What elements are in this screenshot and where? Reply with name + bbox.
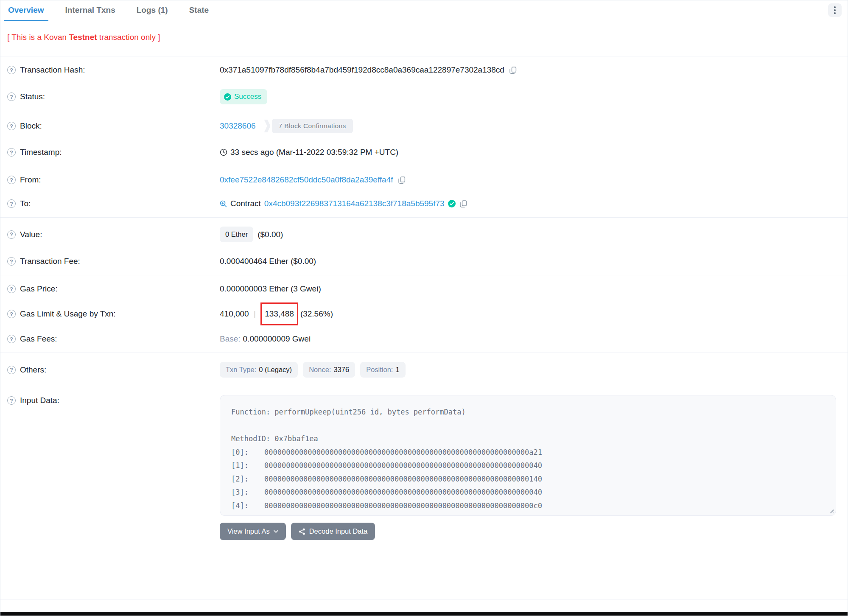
input-data-word: [4]: 00000000000000000000000000000000000… xyxy=(231,499,831,513)
input-data-word-value: 0000000000000000000000000000000000000000… xyxy=(264,446,542,459)
input-data-function-line: Function: performUpkeep(uint256 id, byte… xyxy=(231,406,831,419)
block-number-link[interactable]: 30328606 xyxy=(220,121,256,131)
to-contract-word: Contract xyxy=(230,199,261,208)
input-data-word: [0]: 00000000000000000000000000000000000… xyxy=(231,446,831,459)
from-label: From: xyxy=(20,175,41,185)
help-icon[interactable]: ? xyxy=(7,148,16,157)
gas-used-value: 133,488 xyxy=(265,309,294,318)
input-data-word-value: 0000000000000000000000000000000000000000… xyxy=(264,473,542,486)
tab-state[interactable]: State xyxy=(188,0,210,21)
input-data-word-value: 0000000000000000000000000000000000000000… xyxy=(264,499,542,513)
kebab-icon xyxy=(834,6,836,14)
input-data-textarea[interactable]: Function: performUpkeep(uint256 id, byte… xyxy=(220,395,836,516)
nonce-chip-value: 3376 xyxy=(333,366,349,374)
row-value: ? Value: 0 Ether ($0.00) xyxy=(0,219,848,249)
to-label: To: xyxy=(20,199,31,208)
input-data-blank-line xyxy=(231,419,831,433)
input-data-word-index: [1]: xyxy=(231,459,264,473)
gas-fees-base-label: Base: xyxy=(220,334,241,344)
row-from: ? From: 0xfee7522e8482682cf50ddc50a0f8da… xyxy=(0,168,848,192)
from-address-link[interactable]: 0xfee7522e8482682cf50ddc50a0f8da2a39effa… xyxy=(220,175,393,185)
input-data-word-value: 0000000000000000000000000000000000000000… xyxy=(264,459,542,473)
divider xyxy=(0,275,848,275)
divider xyxy=(0,56,848,56)
copy-icon xyxy=(398,176,406,184)
row-gas-price: ? Gas Price: 0.000000003 Ether (3 Gwei) xyxy=(0,277,848,301)
tab-bar: Overview Internal Txns Logs (1) State xyxy=(0,0,848,21)
status-label: Status: xyxy=(20,92,45,101)
to-address-link[interactable]: 0x4cb093f226983713164a62138c3f718a5b595f… xyxy=(264,199,445,208)
input-data-word: [2]: 00000000000000000000000000000000000… xyxy=(231,473,831,486)
notice-suffix: transaction only ] xyxy=(97,33,160,42)
input-data-words: [0]: 00000000000000000000000000000000000… xyxy=(231,446,831,516)
help-icon[interactable]: ? xyxy=(7,257,16,266)
nonce-chip: Nonce: 3376 xyxy=(303,362,355,378)
input-data-actions: View Input As Decode Input Data xyxy=(220,523,836,540)
zoom-in-icon[interactable] xyxy=(220,200,227,207)
gas-used-annotation-box: 133,488 xyxy=(260,302,298,325)
clock-icon xyxy=(220,148,227,156)
input-data-label: Input Data: xyxy=(20,396,59,405)
input-data-word-index: [0]: xyxy=(231,446,264,459)
input-data-word: [3]: 00000000000000000000000000000000000… xyxy=(231,486,831,499)
divider xyxy=(0,217,848,218)
txn-type-chip-value: 0 (Legacy) xyxy=(259,366,292,374)
notice-bold: Testnet xyxy=(69,33,97,42)
row-timestamp: ? Timestamp: 33 secs ago (Mar-11-2022 03… xyxy=(0,140,848,164)
timestamp-label: Timestamp: xyxy=(20,148,62,157)
footer xyxy=(0,599,848,616)
tab-internal-txns[interactable]: Internal Txns xyxy=(64,0,117,21)
copy-icon xyxy=(509,67,517,74)
block-label: Block: xyxy=(20,121,42,131)
help-icon[interactable]: ? xyxy=(7,396,16,405)
timestamp-value: 33 secs ago (Mar-11-2022 03:59:32 PM +UT… xyxy=(230,148,398,157)
tab-overview[interactable]: Overview xyxy=(6,0,46,21)
help-icon[interactable]: ? xyxy=(7,176,16,184)
tab-logs[interactable]: Logs (1) xyxy=(135,0,170,21)
chevron-down-icon xyxy=(274,530,278,533)
help-icon[interactable]: ? xyxy=(7,92,16,101)
help-icon[interactable]: ? xyxy=(7,310,16,318)
help-icon[interactable]: ? xyxy=(7,230,16,239)
check-circle-icon xyxy=(224,93,231,101)
help-icon[interactable]: ? xyxy=(7,122,16,130)
help-icon[interactable]: ? xyxy=(7,66,16,74)
input-data-word: [5]: 00000000000000000000000000000000000… xyxy=(231,512,831,516)
help-icon[interactable]: ? xyxy=(7,199,16,208)
view-input-as-button[interactable]: View Input As xyxy=(220,523,286,540)
input-data-word-index: [3]: xyxy=(231,486,264,499)
footer-dark-bar xyxy=(0,612,848,616)
decode-icon xyxy=(299,528,305,535)
copy-from-address-button[interactable] xyxy=(397,176,406,185)
value-usd: ($0.00) xyxy=(257,230,283,239)
gas-used-percent: (32.56%) xyxy=(300,309,333,319)
more-options-button[interactable] xyxy=(828,3,842,17)
gas-price-label: Gas Price: xyxy=(20,284,58,294)
input-data-word-index: [5]: xyxy=(231,512,264,516)
others-label: Others: xyxy=(20,365,46,375)
gas-limit-usage-label: Gas Limit & Usage by Txn: xyxy=(20,309,116,319)
gas-limit-value: 410,000 xyxy=(220,309,249,319)
copy-to-address-button[interactable] xyxy=(459,199,468,208)
row-transaction-hash: ? Transaction Hash: 0x371a51097fb78df856… xyxy=(0,58,848,82)
transaction-hash-value: 0x371a51097fb78df856f8b4a7bd459f192d8cc8… xyxy=(220,65,504,75)
position-chip-value: 1 xyxy=(395,366,399,374)
help-icon[interactable]: ? xyxy=(7,285,16,293)
help-icon[interactable]: ? xyxy=(7,366,16,374)
gas-fees-label: Gas Fees: xyxy=(20,334,57,344)
input-data-method-line: MethodID: 0x7bbaf1ea xyxy=(231,432,831,446)
copy-hash-button[interactable] xyxy=(509,66,518,75)
transaction-fee-label: Transaction Fee: xyxy=(20,257,80,266)
decode-input-data-label: Decode Input Data xyxy=(309,527,368,535)
decode-input-data-button[interactable]: Decode Input Data xyxy=(291,523,375,540)
block-confirmations-label: 7 Block Confirmations xyxy=(272,119,353,133)
help-icon[interactable]: ? xyxy=(7,335,16,343)
gas-price-value: 0.000000003 Ether (3 Gwei) xyxy=(220,284,321,294)
row-to: ? To: Contract 0x4cb093f226983713164a621… xyxy=(0,192,848,216)
position-chip: Position: 1 xyxy=(360,362,405,378)
nonce-chip-label: Nonce: xyxy=(309,366,331,374)
value-badge: 0 Ether xyxy=(220,227,253,242)
input-data-word-index: [4]: xyxy=(231,499,264,513)
notice-prefix: [ This is a Kovan xyxy=(7,33,69,42)
value-label: Value: xyxy=(20,230,42,239)
